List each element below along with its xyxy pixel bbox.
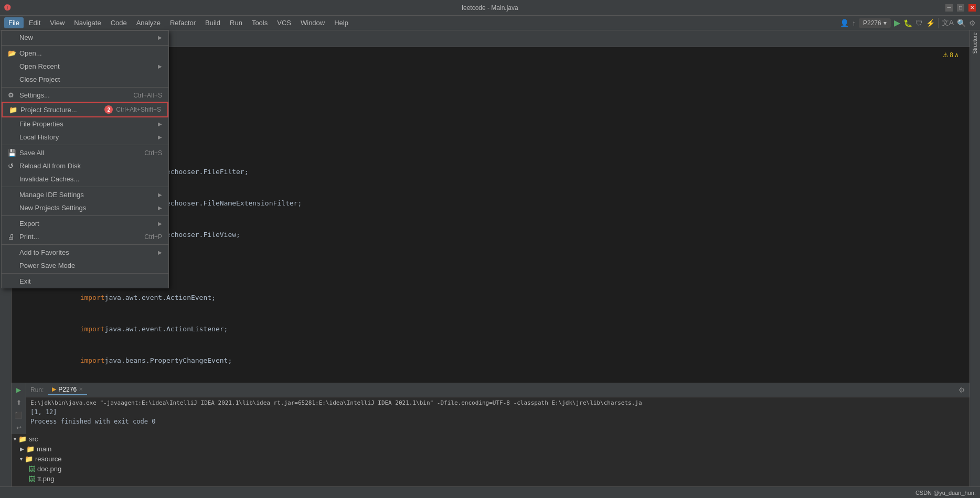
run-panel-settings[interactable]: ⚙: [958, 386, 965, 394]
code-line-9: import java.awt.event.ActionListener;: [47, 324, 965, 334]
tree-item-tt-png[interactable]: 🖼 tt.png: [12, 474, 164, 484]
profile-run-button[interactable]: ⚡: [926, 19, 935, 27]
warning-badge[interactable]: ⚠ 8 ∧: [943, 51, 959, 59]
file-props-label: File Properties: [19, 120, 63, 128]
warning-nav: ∧: [954, 51, 959, 59]
run-stop-btn[interactable]: ⬛: [14, 410, 24, 420]
minimize-button[interactable]: ─: [945, 4, 953, 12]
new-projects-label: New Projects Settings: [19, 204, 86, 212]
close-project-label: Close Project: [19, 75, 60, 83]
title-bar: 🅘 leetcode - Main.java ─ □ ✕: [0, 0, 980, 16]
menu-item-open-recent[interactable]: Open Recent ▶: [2, 60, 168, 73]
menu-file[interactable]: File: [4, 17, 24, 28]
project-structure-shortcut: Ctrl+Alt+Shift+S: [116, 106, 161, 113]
print-label: Print...: [19, 233, 39, 241]
toolbar-vcs-icon[interactable]: ↑: [852, 19, 856, 27]
menu-vcs[interactable]: VCS: [273, 17, 295, 28]
menu-item-project-structure[interactable]: 📁 Project Structure... 2 Ctrl+Alt+Shift+…: [2, 102, 168, 117]
menu-item-add-favorites[interactable]: Add to Favorites ▶: [2, 246, 168, 259]
run-start-btn[interactable]: ▶: [14, 385, 24, 395]
sep-7: [2, 273, 168, 274]
toolbar-separator-1: [938, 18, 939, 28]
structure-panel-toggle[interactable]: Structure: [972, 33, 978, 54]
bottom-tab-p2276[interactable]: ▶ P2276 ✕: [48, 385, 87, 395]
menu-edit[interactable]: Edit: [25, 17, 45, 28]
sep-5: [2, 215, 168, 216]
file-icon-doc-png: 🖼: [28, 465, 35, 473]
run-config-selector[interactable]: P2276 ▾: [859, 18, 891, 28]
maximize-button[interactable]: □: [957, 4, 964, 12]
menu-view[interactable]: View: [46, 17, 69, 28]
debug-button[interactable]: 🐛: [903, 19, 912, 27]
tree-label-doc-png: doc.png: [37, 465, 61, 473]
close-button[interactable]: ✕: [968, 4, 976, 12]
coverage-button[interactable]: 🛡: [915, 19, 923, 27]
menu-item-settings[interactable]: ⚙ Settings... Ctrl+Alt+S: [2, 89, 168, 102]
expand-icon-main: ▶: [20, 446, 24, 452]
run-panel-gear-icon: ⚙: [958, 386, 965, 394]
settings-menu-icon: ⚙: [8, 91, 16, 99]
new-label: New: [19, 34, 33, 41]
menu-refactor[interactable]: Refactor: [166, 17, 200, 28]
bottom-tab-bar: Run: ▶ P2276 ✕ ⚙: [26, 383, 970, 397]
title-bar-left: 🅘: [4, 4, 10, 12]
menu-item-save-all[interactable]: 💾 Save All Ctrl+S: [2, 146, 168, 159]
exit-label: Exit: [19, 277, 31, 285]
file-tree-panel: ▾ 📁 src ▶ 📁 main ▾ 📁 resource 🖼 doc.png …: [12, 434, 164, 486]
menu-item-new[interactable]: New ▶: [2, 31, 168, 44]
save-all-icon: 💾: [8, 149, 16, 157]
save-all-label: Save All: [19, 149, 44, 157]
menu-item-export[interactable]: Export ▶: [2, 217, 168, 230]
settings-label: Settings...: [19, 91, 50, 99]
run-stop-up-btn[interactable]: ⬆: [14, 397, 24, 408]
menu-navigate[interactable]: Navigate: [70, 17, 105, 28]
menu-window[interactable]: Window: [296, 17, 329, 28]
menu-item-print[interactable]: 🖨 Print... Ctrl+P: [2, 230, 168, 243]
tree-item-src[interactable]: ▾ 📁 src: [12, 434, 164, 444]
project-structure-icon: 📁: [9, 106, 17, 114]
search-button[interactable]: 🔍: [957, 19, 966, 27]
menu-help[interactable]: Help: [330, 17, 353, 28]
menu-item-open[interactable]: 📂 Open...: [2, 47, 168, 60]
export-label: Export: [19, 220, 39, 228]
code-line-5: import javax.swing.filechooser.FileNameE…: [47, 198, 965, 209]
status-bar: CSDN @yu_duan_hun:: [0, 486, 980, 498]
favorites-label: Add to Favorites: [19, 248, 69, 256]
run-output-1: [1, 12]: [30, 408, 965, 416]
run-rerun-btn[interactable]: ↩: [14, 423, 24, 433]
menu-item-manage-ide[interactable]: Manage IDE Settings ▶: [2, 188, 168, 201]
tree-item-main[interactable]: ▶ 📁 main: [12, 444, 164, 454]
menu-item-file-properties[interactable]: File Properties ▶: [2, 117, 168, 131]
menu-item-reload[interactable]: ↺ Reload All from Disk: [2, 159, 168, 172]
menu-item-exit[interactable]: Exit: [2, 275, 168, 288]
menu-tools[interactable]: Tools: [248, 17, 272, 28]
local-history-arrow: ▶: [158, 134, 162, 140]
run-tab-close[interactable]: ✕: [79, 386, 83, 392]
run-button[interactable]: ▶: [894, 18, 900, 28]
file-props-arrow: ▶: [158, 121, 162, 127]
reload-icon: ↺: [8, 162, 16, 170]
menu-item-local-history[interactable]: Local History ▶: [2, 131, 168, 144]
toolbar-profile-icon[interactable]: 👤: [840, 19, 849, 27]
menu-code[interactable]: Code: [106, 17, 131, 28]
menu-item-close-project[interactable]: Close Project: [2, 73, 168, 86]
expand-icon-src: ▾: [14, 436, 16, 442]
menu-build[interactable]: Build: [201, 17, 225, 28]
open-icon: 📂: [8, 49, 16, 57]
title-bar-title: leetcode - Main.java: [462, 4, 518, 12]
code-content[interactable]: package editor.cn.com; ⊟import javax.swi…: [43, 47, 970, 383]
menu-item-invalidate[interactable]: Invalidate Caches...: [2, 172, 168, 186]
settings-button[interactable]: ⚙: [969, 19, 976, 27]
tree-item-doc-png[interactable]: 🖼 doc.png: [12, 464, 164, 474]
translate-button[interactable]: 文A: [942, 18, 954, 28]
menu-item-new-projects[interactable]: New Projects Settings ▶: [2, 201, 168, 214]
run-config-chevron: ▾: [883, 19, 887, 27]
app-icon: 🅘: [4, 4, 10, 12]
menu-item-power-save[interactable]: Power Save Mode: [2, 259, 168, 272]
tree-item-resource[interactable]: ▾ 📁 resource: [12, 454, 164, 464]
menu-run[interactable]: Run: [226, 17, 247, 28]
local-history-label: Local History: [19, 133, 59, 141]
menu-analyze[interactable]: Analyze: [132, 17, 165, 28]
sep-3: [2, 145, 168, 145]
project-structure-label: Project Structure...: [20, 106, 77, 114]
